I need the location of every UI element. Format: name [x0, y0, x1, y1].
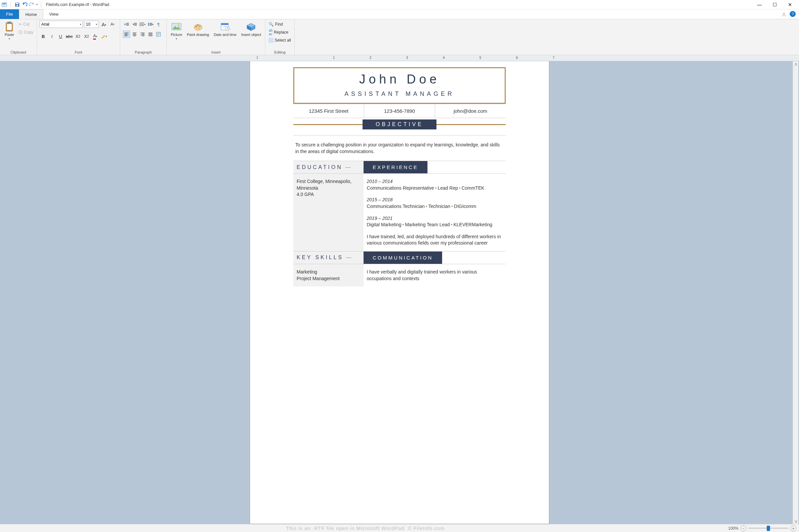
picture-button[interactable]: Picture▾ [169, 21, 183, 41]
group-paragraph: ▾ ▾ ¶ Paragraph [120, 19, 167, 55]
section-experience-label: EXPERIENCE [364, 161, 428, 173]
group-paragraph-label: Paragraph [123, 50, 164, 54]
svg-rect-21 [141, 25, 144, 26]
help-icon[interactable]: ? [790, 11, 796, 17]
underline-button[interactable]: U [57, 33, 64, 40]
find-button[interactable]: 🔍Find [268, 21, 292, 28]
svg-rect-38 [148, 33, 152, 33]
cut-icon: ✂ [19, 22, 22, 26]
copy-button[interactable]: ⿻ Copy [18, 28, 34, 36]
ribbon-tabs: File Home View ⋀ ? [0, 9, 799, 19]
svg-rect-19 [141, 24, 144, 25]
svg-rect-11 [126, 24, 129, 25]
svg-rect-32 [132, 35, 136, 35]
group-editing-label: Editing [268, 50, 292, 54]
zoom-in-button[interactable]: + [790, 525, 796, 531]
paragraph-marks-button[interactable]: ¶ [155, 21, 162, 28]
skills-body: Marketing Project Management [293, 264, 364, 286]
group-font: Arial▾ 10▾ A▴ A▾ B I U abc X2 X2 A ▾ ▾ F… [37, 19, 120, 55]
redo-icon[interactable] [29, 2, 35, 8]
tab-file[interactable]: File [0, 9, 19, 19]
select-all-button[interactable]: Select all [268, 37, 292, 44]
svg-rect-17 [141, 23, 144, 23]
group-clipboard: Paste ▾ ✂ Cut ⿻ Copy Clipboard [0, 19, 37, 55]
svg-point-51 [199, 26, 200, 27]
paragraph-dialog-button[interactable] [155, 31, 162, 38]
svg-rect-5 [16, 3, 19, 4]
zoom-level: 100% [728, 526, 738, 531]
font-family-combo[interactable]: Arial▾ [40, 21, 83, 28]
date-time-button[interactable]: Date and time [212, 21, 238, 37]
title-bar: ▾ FileInfo.com Example.rtf - WordPad — ☐… [0, 0, 799, 9]
resume-name: John Doe [294, 72, 505, 87]
page[interactable]: John Doe ASSISTANT MANAGER 12345 First S… [250, 61, 549, 524]
subscript-button[interactable]: X2 [74, 33, 81, 40]
header-box: John Doe ASSISTANT MANAGER [293, 67, 506, 104]
svg-point-52 [198, 27, 200, 29]
select-all-icon [269, 38, 273, 43]
grow-font-button[interactable]: A▴ [100, 21, 108, 28]
insert-object-button[interactable]: Insert object [240, 21, 262, 37]
maximize-button[interactable]: ☐ [767, 0, 782, 9]
paint-icon [193, 21, 203, 32]
cut-button[interactable]: ✂ Cut [18, 21, 34, 28]
tab-view[interactable]: View [43, 9, 64, 19]
copy-icon: ⿻ [19, 30, 23, 35]
zoom-out-button[interactable]: − [740, 525, 746, 531]
strikethrough-button[interactable]: abc [66, 33, 73, 40]
svg-rect-12 [126, 25, 129, 26]
experience-body: 2010 – 2014Communications Representative… [364, 174, 506, 251]
font-color-button[interactable]: A ▾ [92, 33, 99, 40]
replace-button[interactable]: abacReplace [268, 28, 292, 36]
save-icon[interactable] [14, 2, 20, 8]
vertical-scrollbar[interactable]: ⋀ ⋁ [793, 61, 798, 524]
collapse-ribbon-icon[interactable]: ⋀ [780, 9, 788, 19]
resume-role: ASSISTANT MANAGER [294, 91, 505, 97]
superscript-button[interactable]: X2 [83, 33, 90, 40]
bullets-button[interactable]: ▾ [139, 21, 146, 28]
highlight-button[interactable]: ▾ [100, 33, 108, 40]
italic-button[interactable]: I [48, 33, 56, 40]
svg-rect-41 [148, 36, 152, 36]
qat-customize-dropdown[interactable]: ▾ [36, 3, 38, 6]
tab-home[interactable]: Home [19, 9, 43, 19]
undo-icon[interactable] [22, 2, 27, 8]
svg-rect-23 [149, 23, 152, 24]
contact-phone: 123-456-7890 [364, 104, 435, 118]
align-right-button[interactable] [139, 31, 146, 38]
line-spacing-button[interactable]: ▾ [147, 21, 154, 28]
align-left-button[interactable] [123, 31, 130, 38]
svg-rect-9 [7, 24, 12, 30]
svg-rect-1 [3, 3, 6, 4]
status-bar: This is an .RTF file open in Microsoft W… [0, 524, 799, 532]
svg-rect-14 [134, 24, 137, 25]
svg-rect-40 [148, 35, 152, 35]
justify-button[interactable] [147, 31, 154, 38]
increase-indent-button[interactable] [131, 21, 138, 28]
svg-point-50 [197, 25, 199, 26]
svg-rect-34 [141, 33, 145, 33]
section-keyskills-label: KEY SKILLS— [293, 251, 364, 264]
scroll-up-icon[interactable]: ⋀ [793, 61, 798, 67]
svg-rect-25 [149, 25, 152, 26]
zoom-slider[interactable] [748, 528, 788, 529]
svg-rect-54 [221, 23, 228, 25]
ruler[interactable]: 1 1 2 3 4 5 6 7 [250, 55, 549, 61]
scroll-down-icon[interactable]: ⋁ [793, 518, 798, 524]
bold-button[interactable]: B [40, 33, 47, 40]
svg-rect-8 [7, 22, 11, 24]
svg-point-18 [140, 24, 141, 25]
font-size-combo[interactable]: 10▾ [84, 21, 99, 28]
svg-rect-28 [125, 35, 129, 35]
decrease-indent-button[interactable] [123, 21, 130, 28]
section-education-label: EDUCATION— [293, 161, 364, 173]
minimize-button[interactable]: — [752, 0, 767, 9]
paste-button[interactable]: Paste ▾ [3, 21, 16, 41]
close-button[interactable]: ✕ [782, 0, 798, 9]
shrink-font-button[interactable]: A▾ [109, 21, 116, 28]
svg-rect-44 [157, 34, 160, 35]
align-center-button[interactable] [131, 31, 138, 38]
window-title: FileInfo.com Example.rtf - WordPad [46, 2, 109, 7]
svg-rect-36 [141, 35, 145, 35]
paint-drawing-button[interactable]: Paint drawing [185, 21, 210, 37]
